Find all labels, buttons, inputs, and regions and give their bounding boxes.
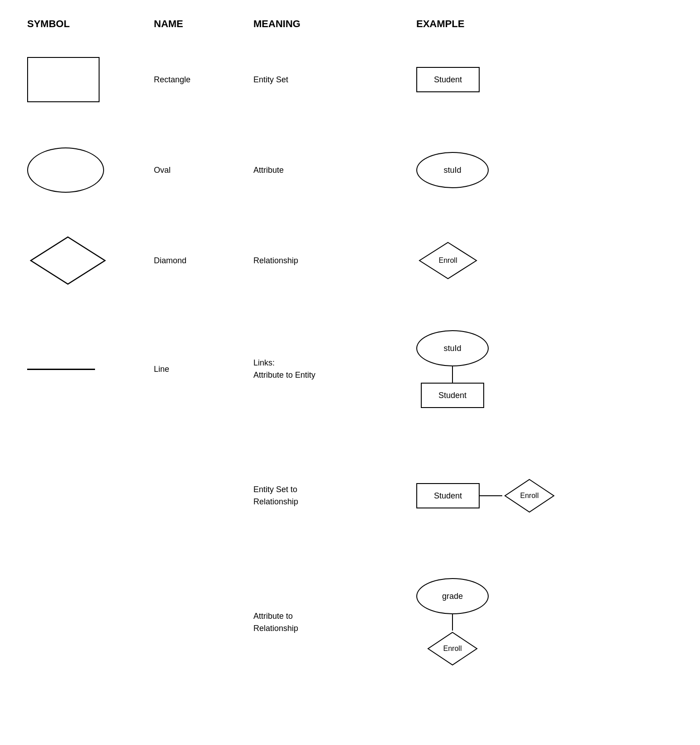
meaning-attr-rel: Attribute to Relationship — [253, 610, 398, 635]
row-entity-rel: Entity Set to Relationship Student Enrol… — [27, 446, 673, 546]
meaning-oval: Attribute — [253, 166, 398, 175]
entity-rel-diamond-enroll: Enroll — [502, 478, 557, 514]
meaning-diamond: Relationship — [253, 256, 398, 266]
example-oval: stuId — [398, 152, 673, 188]
entity-rel-rect-student: Student — [416, 483, 480, 508]
oval-shape — [27, 147, 104, 193]
example-diamond-enroll: Enroll — [416, 240, 480, 281]
example-line: stuId Student — [398, 330, 673, 408]
row-oval: Oval Attribute stuId — [27, 138, 673, 202]
meaning-entity-rel: Entity Set to Relationship — [253, 484, 398, 508]
svg-text:Enroll: Enroll — [443, 645, 462, 652]
svg-text:Enroll: Enroll — [439, 256, 457, 264]
page: SYMBOL NAME MEANING EXAMPLE Rectangle En… — [0, 0, 700, 717]
example-attr-rel: grade Enroll — [398, 578, 673, 667]
row-attr-rel: Attribute to Relationship grade Enroll — [27, 573, 673, 672]
header-example: EXAMPLE — [398, 18, 673, 30]
header-symbol: SYMBOL — [27, 18, 154, 30]
attr-rel-diamond-enroll: Enroll — [425, 631, 480, 667]
example-rect-student-line: Student — [421, 383, 484, 408]
entity-rel-group: Student Enroll — [416, 478, 557, 514]
example-oval-stuid-line: stuId — [416, 330, 489, 366]
name-diamond: Diamond — [154, 256, 253, 266]
symbol-rectangle — [27, 57, 154, 102]
horizontal-connector — [480, 495, 502, 496]
name-rectangle: Rectangle — [154, 75, 253, 85]
symbol-oval — [27, 147, 154, 193]
example-rect-student: Student — [416, 67, 480, 92]
example-entity-rel: Student Enroll — [398, 478, 673, 514]
attr-rel-oval-grade: grade — [416, 578, 489, 614]
meaning-rectangle: Entity Set — [253, 75, 398, 85]
table-header: SYMBOL NAME MEANING EXAMPLE — [27, 18, 673, 34]
symbol-diamond — [27, 233, 154, 288]
row-line: Line Links: Attribute to Entity stuId St… — [27, 319, 673, 419]
row-rectangle: Rectangle Entity Set Student — [27, 48, 673, 111]
row-diamond: Diamond Relationship Enroll — [27, 229, 673, 292]
line-shape — [27, 369, 95, 370]
attr-rel-group: grade Enroll — [416, 578, 489, 667]
name-line: Line — [154, 365, 253, 374]
diamond-shape — [27, 233, 109, 288]
header-meaning: MEANING — [253, 18, 398, 30]
example-oval-stuid: stuId — [416, 152, 489, 188]
vertical-connector-2 — [452, 614, 453, 631]
rectangle-shape — [27, 57, 100, 102]
meaning-line: Links: Attribute to Entity — [253, 357, 398, 381]
vertical-connector — [452, 366, 453, 383]
line-example-group: stuId Student — [416, 330, 489, 408]
header-name: NAME — [154, 18, 253, 30]
svg-text:Enroll: Enroll — [520, 492, 539, 499]
symbol-line — [27, 369, 154, 370]
example-diamond: Enroll — [398, 240, 673, 281]
svg-marker-0 — [31, 237, 105, 284]
name-oval: Oval — [154, 166, 253, 175]
example-rectangle: Student — [398, 67, 673, 92]
